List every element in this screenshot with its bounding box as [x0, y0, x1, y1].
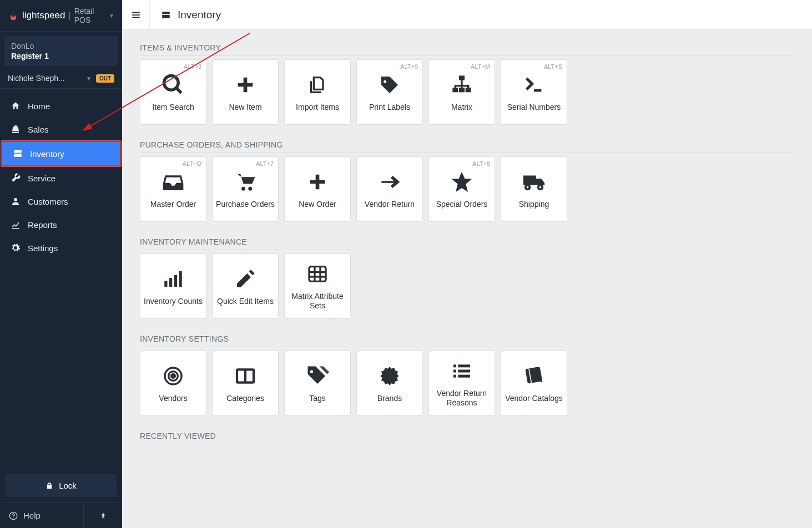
book-icon	[523, 364, 545, 388]
search-icon	[161, 73, 185, 97]
section-title-settings: INVENTORY SETTINGS	[140, 334, 794, 347]
target-icon	[162, 364, 184, 388]
tile-shipping[interactable]: Shipping	[501, 156, 567, 222]
sidebar: lightspeed | Retail POS ▼ DonLo Register…	[0, 0, 122, 528]
star-icon	[450, 170, 474, 194]
section-title-recent: RECENTLY VIEWED	[140, 431, 794, 444]
tags-icon	[306, 364, 329, 388]
user-name: Nichole Sheph...	[8, 74, 83, 83]
drawer-icon	[161, 10, 171, 20]
tile-tags[interactable]: Tags	[284, 351, 351, 416]
svg-point-2	[13, 517, 13, 517]
cart-icon	[234, 170, 257, 194]
tile-special-orders[interactable]: ALT+8 Special Orders	[428, 156, 495, 222]
tile-print-labels[interactable]: ALT+9 Print Labels	[356, 59, 423, 125]
svg-point-13	[241, 186, 245, 190]
tile-label: Vendor Return	[365, 200, 415, 209]
help-label: Help	[23, 511, 41, 520]
section-title-items: ITEMS & INVENTORY	[140, 43, 794, 56]
sidebar-item-label: Sales	[28, 125, 49, 134]
tile-new-item[interactable]: New Item	[212, 59, 279, 125]
tile-label: Vendor Return Reasons	[432, 389, 491, 408]
tile-label: Serial Numbers	[507, 103, 561, 112]
svg-point-16	[538, 185, 543, 189]
svg-rect-11	[466, 88, 471, 92]
pin-button[interactable]	[83, 503, 122, 528]
tile-purchase-orders[interactable]: ALT+7 Purchase Orders	[212, 156, 279, 222]
svg-rect-31	[453, 365, 456, 368]
truck-icon	[521, 170, 547, 194]
tile-quick-edit[interactable]: Quick Edit Items	[212, 253, 279, 319]
tile-matrix-attr-sets[interactable]: Matrix Attribute Sets	[284, 253, 351, 319]
svg-point-0	[14, 198, 17, 201]
tile-serial-numbers[interactable]: ALT+S Serial Numbers	[501, 59, 567, 125]
question-icon	[9, 511, 18, 520]
svg-point-28	[172, 374, 175, 378]
sidebar-item-label: Customers	[28, 197, 68, 206]
tile-categories[interactable]: Categories	[212, 351, 279, 416]
brand-divider: |	[69, 11, 71, 21]
lock-icon	[46, 482, 53, 490]
home-icon	[9, 101, 22, 111]
tile-brands[interactable]: Brands	[356, 351, 423, 416]
user-status-badge: OUT	[96, 74, 114, 83]
tile-import-items[interactable]: Import Items	[284, 59, 351, 125]
sidebar-item-service[interactable]: Service	[0, 166, 122, 190]
register-icon	[9, 124, 22, 134]
sidebar-item-label: Settings	[28, 243, 58, 253]
svg-point-14	[248, 186, 252, 190]
pin-icon	[99, 512, 107, 520]
sidebar-item-home[interactable]: Home	[0, 94, 122, 118]
sidebar-item-settings[interactable]: Settings	[0, 236, 122, 260]
sidebar-item-reports[interactable]: Reports	[0, 213, 122, 236]
section-title-po: PURCHASE ORDERS, AND SHIPPING	[140, 140, 794, 153]
tile-return-reasons[interactable]: Vendor Return Reasons	[428, 351, 495, 416]
tile-label: Tags	[309, 394, 326, 403]
tile-master-order[interactable]: ALT+O Master Order	[140, 156, 206, 222]
help-button[interactable]: Help	[0, 503, 83, 528]
chart-icon	[9, 220, 22, 230]
tile-row-settings: Vendors Categories Tags Brands Vendor Re…	[140, 351, 794, 416]
brand-product: Retail POS	[74, 7, 107, 24]
tile-vendor-return[interactable]: Vendor Return	[356, 156, 423, 222]
plus-icon	[234, 73, 256, 97]
tile-label: New Item	[229, 103, 261, 112]
lock-button[interactable]: Lock	[6, 474, 117, 497]
bars-icon	[162, 267, 185, 291]
menu-toggle[interactable]	[122, 0, 150, 30]
tile-label: Master Order	[150, 200, 196, 209]
inbox-icon	[162, 170, 184, 194]
tile-inventory-counts[interactable]: Inventory Counts	[140, 253, 206, 319]
drawer-icon	[11, 149, 24, 159]
brand-bar[interactable]: lightspeed | Retail POS ▼	[0, 0, 122, 32]
page-title: Inventory	[178, 9, 221, 21]
tile-item-search[interactable]: ALT+3 Item Search	[140, 59, 206, 125]
tile-vendors[interactable]: Vendors	[140, 351, 206, 416]
svg-point-6	[164, 75, 179, 90]
tag-icon	[379, 73, 401, 97]
sidebar-item-customers[interactable]: Customers	[0, 190, 122, 213]
tile-matrix[interactable]: ALT+M Matrix	[428, 59, 495, 125]
tile-label: Categories	[226, 394, 264, 403]
tile-label: Item Search	[152, 103, 194, 112]
table-icon	[306, 262, 329, 286]
tile-label: Shipping	[519, 200, 549, 209]
main: Inventory ITEMS & INVENTORY ALT+3 Item S…	[122, 0, 812, 528]
shortcut-label: ALT+M	[471, 63, 490, 70]
svg-rect-20	[179, 271, 182, 287]
svg-rect-34	[458, 370, 470, 373]
svg-rect-21	[309, 267, 326, 282]
store-selector[interactable]: DonLo Register 1	[4, 36, 118, 66]
list-icon	[451, 359, 473, 383]
svg-rect-35	[453, 375, 456, 378]
sidebar-item-inventory[interactable]: Inventory	[1, 141, 121, 166]
tile-new-order[interactable]: New Order	[284, 156, 351, 222]
user-selector[interactable]: Nichole Sheph... ▼ OUT	[0, 70, 122, 89]
wrench-icon	[9, 173, 22, 183]
svg-rect-36	[458, 375, 470, 378]
tile-row-maint: Inventory Counts Quick Edit Items Matrix…	[140, 253, 794, 319]
tile-vendor-catalogs[interactable]: Vendor Catalogs	[501, 351, 567, 416]
files-icon	[306, 73, 329, 97]
store-name: DonLo	[11, 42, 111, 50]
sidebar-item-sales[interactable]: Sales	[0, 118, 122, 141]
